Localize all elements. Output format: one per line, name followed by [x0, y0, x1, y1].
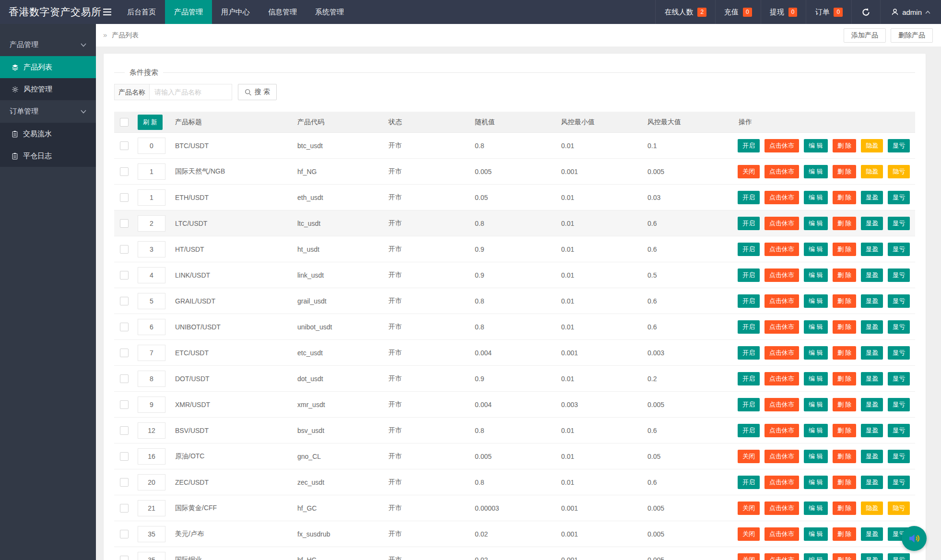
- loss-toggle-button[interactable]: 显亏: [888, 553, 910, 560]
- status-toggle-button[interactable]: 开启: [738, 217, 760, 230]
- row-checkbox[interactable]: [120, 426, 129, 435]
- profit-toggle-button[interactable]: 显盈: [861, 217, 883, 230]
- sort-input[interactable]: [138, 163, 165, 180]
- sort-input[interactable]: [138, 371, 165, 387]
- status-toggle-button[interactable]: 关闭: [738, 502, 760, 515]
- edit-button[interactable]: 编 辑: [804, 372, 828, 385]
- edit-button[interactable]: 编 辑: [804, 217, 828, 230]
- delete-button[interactable]: 删 除: [833, 320, 857, 334]
- profit-toggle-button[interactable]: 显盈: [861, 372, 883, 385]
- select-all-checkbox[interactable]: [120, 118, 129, 127]
- nav-item-dashboard[interactable]: 后台首页: [118, 0, 165, 24]
- delete-product-button[interactable]: 删除产品: [891, 28, 933, 43]
- loss-toggle-button[interactable]: 显亏: [888, 476, 910, 489]
- sort-input[interactable]: [138, 241, 165, 257]
- table-refresh-button[interactable]: 刷 新: [138, 115, 163, 130]
- edit-button[interactable]: 编 辑: [804, 398, 828, 411]
- loss-toggle-button[interactable]: 显亏: [888, 424, 910, 437]
- sort-input[interactable]: [138, 267, 165, 283]
- market-rest-button[interactable]: 点击休市: [765, 294, 799, 308]
- stat-withdraw[interactable]: 提现 0: [761, 0, 806, 24]
- edit-button[interactable]: 编 辑: [804, 320, 828, 334]
- market-rest-button[interactable]: 点击休市: [765, 191, 799, 204]
- row-checkbox[interactable]: [120, 400, 129, 409]
- row-checkbox[interactable]: [120, 349, 129, 357]
- profit-toggle-button[interactable]: 显盈: [861, 398, 883, 411]
- delete-button[interactable]: 删 除: [833, 268, 857, 282]
- status-toggle-button[interactable]: 开启: [738, 268, 760, 282]
- profit-toggle-button[interactable]: 显盈: [861, 476, 883, 489]
- delete-button[interactable]: 删 除: [833, 217, 857, 230]
- profit-toggle-button[interactable]: 显盈: [861, 243, 883, 256]
- status-toggle-button[interactable]: 开启: [738, 294, 760, 308]
- sort-input[interactable]: [138, 552, 165, 560]
- market-rest-button[interactable]: 点击休市: [765, 424, 799, 437]
- refresh-button[interactable]: [851, 0, 880, 24]
- edit-button[interactable]: 编 辑: [804, 527, 828, 541]
- nav-item-info-management[interactable]: 信息管理: [259, 0, 306, 24]
- status-toggle-button[interactable]: 关闭: [738, 527, 760, 541]
- market-rest-button[interactable]: 点击休市: [765, 502, 799, 515]
- profit-toggle-button[interactable]: 隐盈: [861, 139, 883, 152]
- sidebar-section-product-management[interactable]: 产品管理: [0, 34, 96, 56]
- loss-toggle-button[interactable]: 显亏: [888, 450, 910, 463]
- edit-button[interactable]: 编 辑: [804, 191, 828, 204]
- edit-button[interactable]: 编 辑: [804, 553, 828, 560]
- profit-toggle-button[interactable]: 显盈: [861, 268, 883, 282]
- profit-toggle-button[interactable]: 隐盈: [861, 165, 883, 178]
- profit-toggle-button[interactable]: 显盈: [861, 553, 883, 560]
- row-checkbox[interactable]: [120, 374, 129, 383]
- profit-toggle-button[interactable]: 隐盈: [861, 502, 883, 515]
- row-checkbox[interactable]: [120, 323, 129, 331]
- loss-toggle-button[interactable]: 隐亏: [888, 502, 910, 515]
- edit-button[interactable]: 编 辑: [804, 346, 828, 360]
- delete-button[interactable]: 删 除: [833, 191, 857, 204]
- market-rest-button[interactable]: 点击休市: [765, 553, 799, 560]
- profit-toggle-button[interactable]: 显盈: [861, 424, 883, 437]
- row-checkbox[interactable]: [120, 219, 129, 228]
- edit-button[interactable]: 编 辑: [804, 476, 828, 489]
- row-checkbox[interactable]: [120, 271, 129, 280]
- stat-deposit[interactable]: 充值 0: [715, 0, 761, 24]
- stat-orders[interactable]: 订单 0: [806, 0, 851, 24]
- sort-input[interactable]: [138, 500, 165, 516]
- sidebar-item-product-list[interactable]: 产品列表: [0, 56, 96, 78]
- row-checkbox[interactable]: [120, 297, 129, 305]
- row-checkbox[interactable]: [120, 556, 129, 560]
- market-rest-button[interactable]: 点击休市: [765, 217, 799, 230]
- edit-button[interactable]: 编 辑: [804, 294, 828, 308]
- sort-input[interactable]: [138, 215, 165, 232]
- profit-toggle-button[interactable]: 显盈: [861, 450, 883, 463]
- market-rest-button[interactable]: 点击休市: [765, 268, 799, 282]
- sidebar-item-close-position-log[interactable]: 平仓日志: [0, 145, 96, 167]
- sort-input[interactable]: [138, 422, 165, 439]
- status-toggle-button[interactable]: 开启: [738, 372, 760, 385]
- row-checkbox[interactable]: [120, 141, 129, 150]
- market-rest-button[interactable]: 点击休市: [765, 450, 799, 463]
- profit-toggle-button[interactable]: 显盈: [861, 320, 883, 334]
- market-rest-button[interactable]: 点击休市: [765, 320, 799, 334]
- sidebar-item-risk-management[interactable]: 风控管理: [0, 78, 96, 100]
- sidebar-item-trade-flow[interactable]: 交易流水: [0, 123, 96, 145]
- loss-toggle-button[interactable]: 显亏: [888, 191, 910, 204]
- status-toggle-button[interactable]: 关闭: [738, 450, 760, 463]
- sort-input[interactable]: [138, 474, 165, 490]
- profit-toggle-button[interactable]: 显盈: [861, 346, 883, 360]
- user-menu[interactable]: admin: [880, 0, 941, 24]
- row-checkbox[interactable]: [120, 478, 129, 487]
- loss-toggle-button[interactable]: 显亏: [888, 139, 910, 152]
- row-checkbox[interactable]: [120, 167, 129, 176]
- status-toggle-button[interactable]: 关闭: [738, 165, 760, 178]
- sort-input[interactable]: [138, 397, 165, 413]
- loss-toggle-button[interactable]: 隐亏: [888, 165, 910, 178]
- delete-button[interactable]: 删 除: [833, 527, 857, 541]
- profit-toggle-button[interactable]: 显盈: [861, 191, 883, 204]
- delete-button[interactable]: 删 除: [833, 165, 857, 178]
- loss-toggle-button[interactable]: 显亏: [888, 268, 910, 282]
- sort-input[interactable]: [138, 138, 165, 154]
- edit-button[interactable]: 编 辑: [804, 424, 828, 437]
- edit-button[interactable]: 编 辑: [804, 139, 828, 152]
- sort-input[interactable]: [138, 448, 165, 465]
- nav-item-system-management[interactable]: 系统管理: [306, 0, 353, 24]
- status-toggle-button[interactable]: 开启: [738, 476, 760, 489]
